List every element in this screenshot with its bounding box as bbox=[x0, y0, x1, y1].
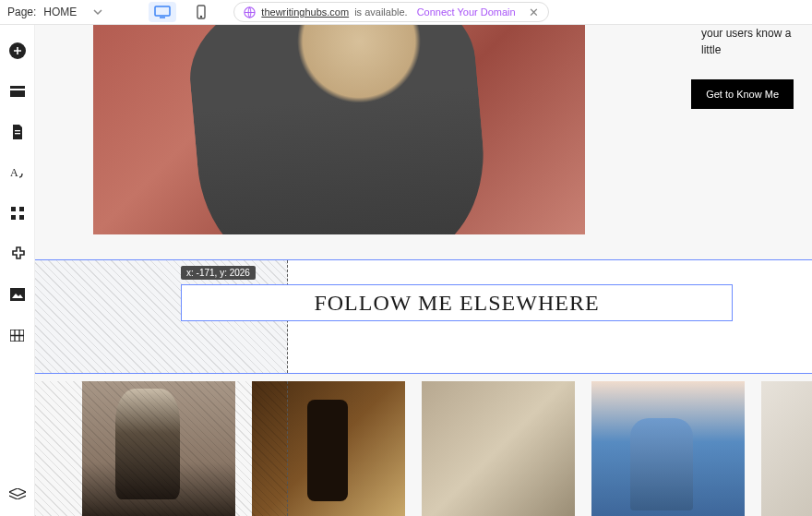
add-icon[interactable] bbox=[8, 42, 27, 60]
svg-point-2 bbox=[201, 16, 203, 18]
svg-rect-10 bbox=[11, 207, 16, 211]
section-icon[interactable] bbox=[8, 82, 27, 101]
desktop-toggle[interactable] bbox=[149, 2, 176, 22]
left-sidebar: A bbox=[0, 25, 35, 516]
addons-icon[interactable] bbox=[8, 245, 27, 263]
page-select[interactable]: HOME bbox=[43, 6, 102, 18]
page-select-value: HOME bbox=[43, 6, 77, 18]
gallery-item[interactable] bbox=[252, 381, 405, 516]
hero-image[interactable] bbox=[93, 25, 585, 234]
chevron-down-icon bbox=[93, 7, 102, 17]
page-label: Page: bbox=[7, 6, 36, 18]
data-icon[interactable] bbox=[8, 326, 27, 344]
gallery-item[interactable] bbox=[591, 381, 745, 516]
svg-rect-5 bbox=[10, 86, 25, 89]
instagram-gallery[interactable] bbox=[35, 381, 812, 516]
gallery-item[interactable] bbox=[761, 381, 812, 516]
svg-rect-8 bbox=[15, 133, 20, 134]
mobile-icon bbox=[197, 5, 206, 19]
theme-icon[interactable]: A bbox=[8, 163, 27, 182]
apps-icon[interactable] bbox=[8, 204, 27, 222]
editor-canvas[interactable]: your users know a little Get to Know Me … bbox=[35, 25, 812, 516]
svg-rect-7 bbox=[15, 130, 20, 131]
media-icon[interactable] bbox=[8, 285, 27, 304]
svg-rect-12 bbox=[11, 215, 16, 220]
svg-rect-6 bbox=[10, 90, 25, 97]
svg-rect-0 bbox=[155, 6, 170, 16]
globe-icon bbox=[244, 6, 256, 18]
domain-banner: thewritinghubs.com is available. Connect… bbox=[233, 2, 548, 22]
layers-icon[interactable] bbox=[8, 485, 27, 503]
connect-domain-link[interactable]: Connect Your Domain bbox=[417, 6, 516, 18]
page-icon[interactable] bbox=[8, 123, 27, 141]
gallery-item[interactable] bbox=[82, 381, 235, 516]
top-bar: Page: HOME thewritinghubs.com is availab… bbox=[0, 0, 812, 25]
heading-text: FOLLOW ME ELSEWHERE bbox=[314, 291, 599, 316]
svg-rect-13 bbox=[19, 215, 24, 220]
position-badge: x: -171, y: 2026 bbox=[181, 266, 256, 280]
domain-name[interactable]: thewritinghubs.com bbox=[261, 6, 349, 18]
mobile-toggle[interactable] bbox=[187, 2, 215, 22]
svg-rect-14 bbox=[10, 288, 25, 301]
get-to-know-me-button[interactable]: Get to Know Me bbox=[691, 79, 794, 109]
domain-available-text: is available. bbox=[354, 6, 407, 18]
desktop-icon bbox=[154, 6, 171, 18]
about-text[interactable]: your users know a little bbox=[701, 25, 812, 58]
heading-text-element[interactable]: FOLLOW ME ELSEWHERE bbox=[181, 284, 733, 321]
svg-text:A: A bbox=[10, 166, 18, 179]
device-toggles bbox=[149, 2, 215, 22]
close-icon[interactable]: ✕ bbox=[529, 6, 539, 19]
svg-rect-11 bbox=[19, 207, 24, 211]
gallery-item[interactable] bbox=[422, 381, 575, 516]
